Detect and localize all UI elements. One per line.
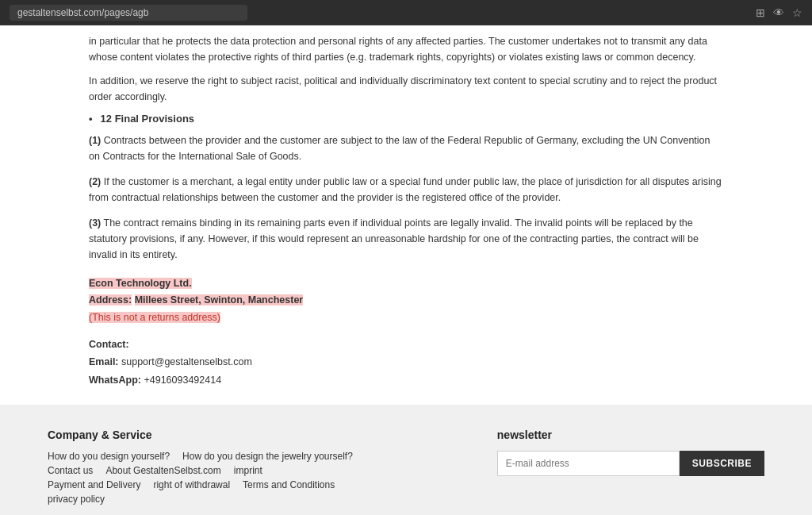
- company-name-line: Econ Technology Ltd.: [89, 275, 723, 292]
- link-design-yourself[interactable]: How do you design yourself?: [48, 451, 170, 462]
- para-text-3: The contract remains binding in its rema…: [89, 217, 699, 260]
- newsletter-heading: newsletter: [497, 429, 764, 441]
- address-value: Millees Street, Swinton, Manchester: [135, 294, 304, 306]
- section-heading-final-provisions: • 12 Final Provisions: [89, 113, 723, 125]
- para-num-3: (3): [89, 217, 101, 229]
- link-about[interactable]: About GestaltenSelbst.com: [105, 465, 220, 476]
- email-label: Email:: [89, 356, 119, 367]
- link-payment-delivery[interactable]: Payment and Delivery: [48, 479, 140, 490]
- footer-link-row-1: How do you design yourself? How do you d…: [48, 451, 353, 462]
- footer-links: How do you design yourself? How do you d…: [48, 451, 353, 505]
- numbered-para-2: (2) If the customer is a merchant, a leg…: [89, 174, 723, 206]
- numbered-para-3: (3) The contract remains binding in its …: [89, 215, 723, 263]
- link-design-jewelry[interactable]: How do you design the jewelry yourself?: [182, 451, 353, 462]
- not-returns-note: (This is not a returns address): [89, 312, 220, 323]
- translate-icon[interactable]: ⊞: [756, 6, 765, 19]
- footer-company-service: Company & Service How do you design your…: [48, 429, 353, 505]
- whatsapp-label: WhatsApp:: [89, 375, 141, 386]
- contact-label: Contact:: [89, 339, 129, 350]
- para-text-2: If the customer is a merchant, a legal e…: [89, 176, 722, 203]
- browser-url[interactable]: gestaltenselbst.com/pages/agb: [10, 5, 247, 21]
- para-text-1: Contracts between the provider and the c…: [89, 135, 710, 162]
- email-line: Email: support@gestaltenselbst.com: [89, 353, 723, 371]
- footer-company-heading: Company & Service: [48, 429, 353, 441]
- email-input[interactable]: [497, 451, 680, 476]
- numbered-para-1: (1) Contracts between the provider and t…: [89, 133, 723, 164]
- company-name: Econ Technology Ltd.: [89, 278, 192, 289]
- contact-block: Contact: Email: support@gestaltenselbst.…: [89, 336, 723, 390]
- para-num-2: (2): [89, 176, 101, 187]
- link-contact-us[interactable]: Contact us: [48, 465, 93, 476]
- page-content: in particular that he protects the data …: [65, 25, 747, 389]
- bullet-point: •: [89, 113, 93, 125]
- paragraph-data-protection: in particular that he protects the data …: [89, 33, 723, 65]
- address-block: Econ Technology Ltd. Address: Millees St…: [89, 275, 723, 326]
- footer: Company & Service How do you design your…: [0, 405, 812, 515]
- paragraph-scrutiny: In addition, we reserve the right to sub…: [89, 73, 723, 105]
- address-line-full: Address: Millees Street, Swinton, Manche…: [89, 292, 723, 309]
- link-imprint[interactable]: imprint: [234, 465, 262, 476]
- contact-heading: Contact:: [89, 336, 723, 354]
- footer-link-row-4: privacy policy: [48, 494, 353, 505]
- browser-chrome: gestaltenselbst.com/pages/agb ⊞ 👁 ☆: [0, 0, 812, 25]
- browser-icons: ⊞ 👁 ☆: [756, 6, 802, 19]
- footer-link-row-2: Contact us About GestaltenSelbst.com imp…: [48, 465, 353, 476]
- section-title: 12 Final Provisions: [101, 113, 195, 125]
- camera-icon[interactable]: 👁: [773, 6, 784, 19]
- whatsapp-value: +4916093492414: [144, 375, 221, 386]
- footer-newsletter: newsletter SUBSCRIBE: [497, 429, 764, 476]
- whatsapp-line: WhatsApp: +4916093492414: [89, 371, 723, 390]
- address-label: Address:: [89, 294, 132, 306]
- footer-link-row-3: Payment and Delivery right of withdrawal…: [48, 479, 353, 490]
- link-privacy-policy[interactable]: privacy policy: [48, 494, 105, 505]
- link-withdrawal[interactable]: right of withdrawal: [153, 479, 230, 490]
- para-num-1: (1): [89, 135, 101, 146]
- subscribe-button[interactable]: SUBSCRIBE: [680, 451, 764, 476]
- star-icon[interactable]: ☆: [792, 6, 802, 19]
- not-returns-line: (This is not a returns address): [89, 309, 723, 326]
- newsletter-form: SUBSCRIBE: [497, 451, 764, 476]
- link-terms[interactable]: Terms and Conditions: [243, 479, 335, 490]
- email-value: support@gestaltenselbst.com: [121, 356, 252, 367]
